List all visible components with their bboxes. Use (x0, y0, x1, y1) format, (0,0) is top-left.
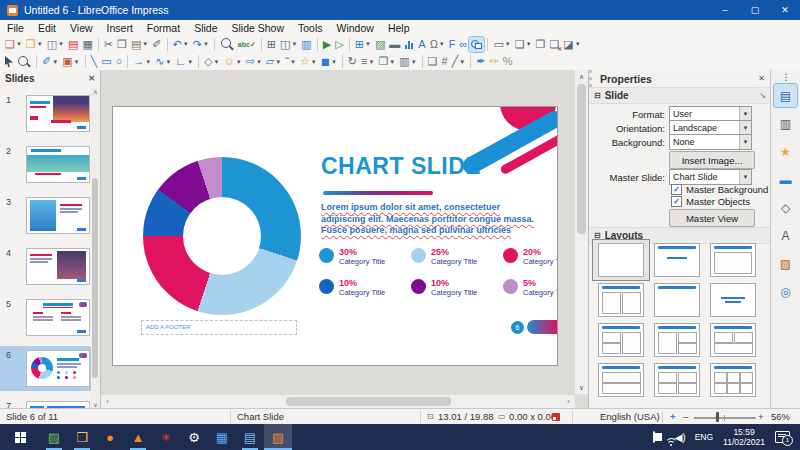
master-slide-status[interactable]: Chart Slide (237, 409, 284, 425)
menu-help[interactable]: Help (381, 20, 417, 35)
chevron-down-icon[interactable]: ▼ (411, 59, 417, 65)
more-options-icon[interactable]: ↘ (759, 91, 766, 100)
chevron-down-icon[interactable]: ▼ (439, 41, 445, 47)
slide-body-text[interactable]: Lorem ipsum dolor sit amet, consectetuer… (321, 202, 558, 237)
scroll-up-icon[interactable]: ∧ (575, 70, 588, 83)
zoom-pan-button[interactable] (15, 54, 33, 69)
keyboard-language[interactable]: ENG (695, 432, 713, 442)
clock[interactable]: 15:59 11/02/2021 (723, 427, 765, 447)
slide-count-status[interactable]: Slide 6 of 11 (6, 409, 58, 425)
sidebar-tab-shapes[interactable]: ◇ (774, 196, 797, 219)
spelling-button[interactable]: abc✓ (236, 37, 258, 52)
layout-two-and-one[interactable] (593, 320, 649, 360)
flowchart-button[interactable]: ▱▼ (264, 54, 283, 69)
sidebar-tab-properties[interactable]: ▤ (774, 84, 797, 107)
taskbar-firefox[interactable]: ● (96, 424, 124, 450)
display-views-button[interactable]: ▥ (299, 37, 313, 52)
edit-points-button[interactable]: ✒ (474, 54, 487, 69)
display-grid-button[interactable]: ⊞ (265, 37, 278, 52)
slide-thumbnail-2[interactable]: 2 (0, 142, 91, 187)
legend-item[interactable]: 25%Category Title (411, 247, 503, 278)
layout-centered[interactable] (705, 280, 761, 320)
chevron-down-icon[interactable]: ▼ (368, 59, 374, 65)
insert-image-button[interactable]: Insert Image... (669, 151, 755, 169)
notification-center-icon[interactable]: 1 (775, 431, 790, 443)
legend-item[interactable]: 5%Category Title (503, 278, 558, 309)
chevron-down-icon[interactable]: ▼ (203, 41, 209, 47)
scroll-up-icon[interactable]: ∧ (91, 88, 100, 95)
slide-thumbnail-6[interactable]: 6 (0, 346, 91, 391)
taskbar-media-app[interactable]: ✶ (152, 424, 180, 450)
save-button[interactable]: ◫▼ (45, 37, 66, 52)
close-sidebar-deck-icon[interactable]: ✕ (758, 74, 765, 83)
chevron-down-icon[interactable]: ▼ (275, 59, 281, 65)
hyperlink-button[interactable]: ∞ (458, 37, 470, 52)
chevron-down-icon[interactable]: ▼ (16, 41, 22, 47)
sidebar-tab-slide-transition[interactable]: ▥ (774, 112, 797, 135)
scrollbar-thumb[interactable] (92, 178, 98, 378)
shadow-button[interactable]: ❏ (426, 54, 440, 69)
chevron-down-icon[interactable]: ▼ (459, 59, 465, 65)
stars-banners-button[interactable]: ☆▼ (298, 54, 319, 69)
fontwork-button[interactable]: F (447, 37, 458, 52)
chevron-down-icon[interactable]: ▼ (52, 59, 58, 65)
collapse-icon[interactable]: ⊟ (594, 231, 601, 240)
new-document-button[interactable]: ❏▼ (3, 37, 24, 52)
print-button[interactable]: ▦ (80, 37, 94, 52)
layout-two-over-one[interactable] (705, 320, 761, 360)
layout-one-over-one[interactable] (593, 360, 649, 400)
export-pdf-button[interactable]: ▤ (66, 37, 80, 52)
fill-color-button[interactable]: ▣▼ (60, 54, 81, 69)
start-button[interactable] (0, 424, 40, 450)
layout-blank[interactable] (593, 240, 649, 280)
insert-table-button[interactable]: ⊞▼ (353, 37, 373, 52)
taskbar-store-app[interactable]: ▦ (208, 424, 236, 450)
sidebar-tab-gallery[interactable]: ▨ (774, 252, 797, 275)
find-replace-button[interactable] (218, 37, 236, 52)
menu-tools[interactable]: Tools (291, 20, 330, 35)
menu-insert[interactable]: Insert (100, 20, 140, 35)
chevron-down-icon[interactable]: ▼ (290, 59, 296, 65)
slides-panel-scrollbar[interactable]: ∧ ∨ (91, 88, 100, 408)
footer-placeholder[interactable]: ADD A FOOTER (141, 320, 297, 335)
master-objects-checkbox[interactable]: ✓ Master Objects (671, 196, 750, 207)
slide-section-header[interactable]: ⊟ Slide ↘ (589, 87, 771, 104)
minimize-button[interactable]: – (710, 0, 740, 20)
rectangle-button[interactable]: ▭ (99, 54, 113, 69)
slide-thumbnail-5[interactable]: 5 (0, 295, 91, 340)
insert-audio-video-button[interactable]: ▬ (387, 37, 402, 52)
close-icon[interactable]: ✕ (88, 74, 95, 83)
insert-line-button[interactable]: ╲ (89, 54, 100, 69)
taskbar-libreoffice-impress[interactable]: ▧ (264, 424, 292, 450)
chevron-down-icon[interactable]: ▼ (331, 59, 337, 65)
header-footer-button[interactable]: ▭▼ (491, 37, 512, 52)
insert-image-button[interactable]: ▨ (373, 37, 387, 52)
chevron-down-icon[interactable]: ▼ (37, 41, 43, 47)
layout-title-sub[interactable] (649, 240, 705, 280)
menu-window[interactable]: Window (330, 20, 381, 35)
layout-title-two[interactable] (593, 280, 649, 320)
canvas-horizontal-scrollbar[interactable]: ‹ › (101, 394, 575, 408)
chevron-down-icon[interactable]: ▼ (256, 59, 262, 65)
start-from-first-slide-button[interactable]: ▶ (321, 37, 333, 52)
new-slide-button[interactable]: ❏▼ (513, 37, 534, 52)
layout-six[interactable] (705, 360, 761, 400)
glue-points-button[interactable]: ✏ (487, 54, 500, 69)
taskbar-libreoffice-writer[interactable]: ▤ (236, 424, 264, 450)
taskbar-vlc[interactable]: ▲ (124, 424, 152, 450)
chevron-down-icon[interactable]: ▼ (183, 41, 189, 47)
chevron-down-icon[interactable]: ▼ (214, 59, 220, 65)
duplicate-slide-button[interactable]: ❐ (534, 37, 548, 52)
redo-button[interactable]: ↷▼ (191, 37, 211, 52)
menu-edit[interactable]: Edit (31, 20, 63, 35)
insert-chart-button[interactable] (402, 37, 416, 52)
zoom-slider-track[interactable] (694, 417, 756, 419)
insert-text-box-button[interactable]: A (416, 37, 427, 52)
sidebar-settings-icon[interactable]: ⋮ (771, 72, 800, 82)
zoom-slider-thumb[interactable] (716, 412, 719, 422)
scroll-down-icon[interactable]: ∨ (91, 401, 100, 408)
chevron-down-icon[interactable]: ▼ (145, 59, 151, 65)
scrollbar-thumb[interactable] (286, 397, 451, 406)
symbol-shapes-button[interactable]: ☺▼ (222, 54, 244, 69)
block-arrows-button[interactable]: ⇨▼ (244, 54, 264, 69)
